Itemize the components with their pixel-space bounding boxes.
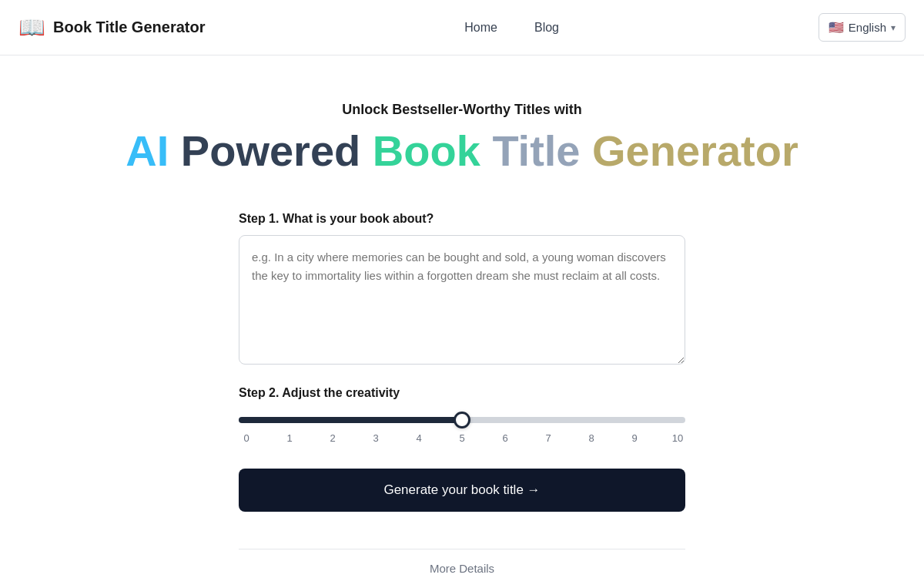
generate-button[interactable]: Generate your book title → xyxy=(239,469,685,512)
chevron-down-icon: ▾ xyxy=(891,22,896,33)
hero-subtitle: Unlock Bestseller-Worthy Titles with xyxy=(342,102,581,118)
step1-label: Step 1. What is your book about? xyxy=(239,212,685,226)
logo[interactable]: 📖 Book Title Generator xyxy=(18,15,205,40)
language-selector[interactable]: 🇺🇸 English ▾ xyxy=(819,13,906,42)
tick-2: 2 xyxy=(325,432,340,444)
tick-10: 10 xyxy=(670,432,685,444)
slider-ticks: 0 1 2 3 4 5 6 7 8 9 10 xyxy=(239,432,685,444)
bottom-divider xyxy=(239,549,685,549)
title-book: Book xyxy=(373,126,493,175)
creativity-section: Step 2. Adjust the creativity 0 1 2 3 4 … xyxy=(239,386,685,444)
tick-5: 5 xyxy=(454,432,470,444)
tick-0: 0 xyxy=(239,432,254,444)
title-generator: Generator xyxy=(592,126,798,175)
logo-text: Book Title Generator xyxy=(53,18,205,36)
title-powered: Powered xyxy=(169,126,373,175)
tick-8: 8 xyxy=(584,432,599,444)
language-flag: 🇺🇸 xyxy=(829,20,844,35)
tick-9: 9 xyxy=(627,432,642,444)
tick-4: 4 xyxy=(411,432,427,444)
main-nav: Home Blog xyxy=(464,21,559,35)
step2-label: Step 2. Adjust the creativity xyxy=(239,386,685,400)
language-label: English xyxy=(849,21,886,34)
logo-icon: 📖 xyxy=(18,15,45,40)
main-content: Unlock Bestseller-Worthy Titles with AI … xyxy=(0,55,924,578)
tick-1: 1 xyxy=(282,432,297,444)
header: 📖 Book Title Generator Home Blog 🇺🇸 Engl… xyxy=(0,0,924,55)
tick-7: 7 xyxy=(541,432,556,444)
form-container: Step 1. What is your book about? Step 2.… xyxy=(239,212,685,575)
book-description-textarea[interactable] xyxy=(239,235,685,365)
title-title: Title xyxy=(492,126,592,175)
nav-blog[interactable]: Blog xyxy=(534,21,559,35)
title-ai: AI xyxy=(126,126,169,175)
creativity-slider[interactable] xyxy=(239,417,685,423)
nav-home[interactable]: Home xyxy=(464,21,497,35)
slider-wrapper: 0 1 2 3 4 5 6 7 8 9 10 xyxy=(239,412,685,444)
more-details-text[interactable]: More Details xyxy=(239,562,685,575)
tick-6: 6 xyxy=(497,432,513,444)
hero-title: AI Powered Book Title Generator xyxy=(126,127,798,175)
tick-3: 3 xyxy=(368,432,383,444)
